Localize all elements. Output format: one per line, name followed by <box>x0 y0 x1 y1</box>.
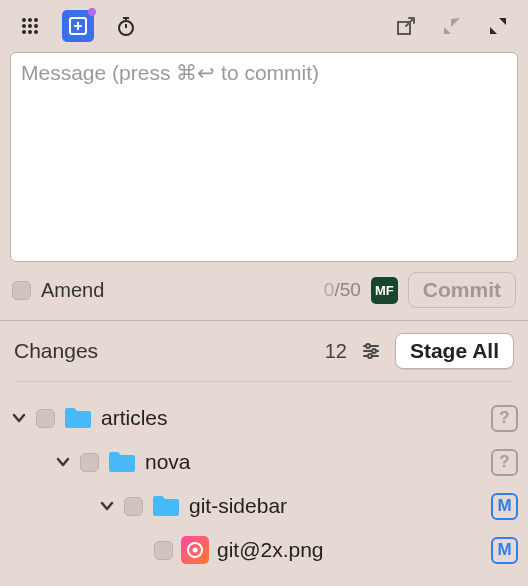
commit-panel-icon[interactable] <box>62 10 94 42</box>
tree-row-folder[interactable]: git-sidebar M <box>10 484 518 528</box>
folder-icon <box>63 406 93 430</box>
tree-label: git-sidebar <box>189 494 287 518</box>
svg-point-0 <box>22 18 26 22</box>
commit-area: Message (press ⌘↩ to commit) Amend 0/50 … <box>0 52 528 320</box>
svg-point-5 <box>34 24 38 28</box>
changes-title: Changes <box>14 339 98 363</box>
status-badge-modified: M <box>491 537 518 564</box>
notification-dot <box>88 8 96 16</box>
stage-all-button[interactable]: Stage All <box>395 333 514 369</box>
commit-message-placeholder: Message (press ⌘↩ to commit) <box>21 61 507 85</box>
image-file-icon <box>181 536 209 564</box>
amend-label: Amend <box>41 279 104 302</box>
svg-point-20 <box>366 344 370 348</box>
chevron-down-icon[interactable] <box>54 455 72 469</box>
tree-label: articles <box>101 406 168 430</box>
status-badge-modified: M <box>491 493 518 520</box>
tree-label: git@2x.png <box>217 538 324 562</box>
folder-icon <box>107 450 137 474</box>
svg-point-21 <box>372 349 376 353</box>
tree-label: nova <box>145 450 191 474</box>
tree-row-file[interactable]: git@2x.png M <box>10 528 518 572</box>
tree-row-folder[interactable]: articles ? <box>10 396 518 440</box>
svg-point-7 <box>28 30 32 34</box>
svg-point-2 <box>34 18 38 22</box>
amend-checkbox[interactable] <box>12 281 31 300</box>
stage-checkbox[interactable] <box>36 409 55 428</box>
status-badge-untracked: ? <box>491 449 518 476</box>
stage-checkbox[interactable] <box>154 541 173 560</box>
svg-point-1 <box>28 18 32 22</box>
chevron-down-icon[interactable] <box>98 499 116 513</box>
avatar[interactable]: MF <box>371 277 398 304</box>
chevron-down-icon[interactable] <box>10 411 28 425</box>
collapse-in-icon[interactable] <box>436 10 468 42</box>
file-tree: articles ? nova ? git-sidebar M <box>0 382 528 572</box>
grid-handle-icon[interactable] <box>14 10 46 42</box>
filter-icon[interactable] <box>359 335 383 367</box>
svg-point-22 <box>368 354 372 358</box>
stage-checkbox[interactable] <box>80 453 99 472</box>
expand-out-icon[interactable] <box>482 10 514 42</box>
changes-count: 12 <box>325 340 347 363</box>
char-counter: 0/50 <box>324 279 361 301</box>
changes-header: Changes 12 Stage All <box>0 321 528 381</box>
toolbar <box>0 0 528 52</box>
folder-icon <box>151 494 181 518</box>
commit-message-input[interactable]: Message (press ⌘↩ to commit) <box>10 52 518 262</box>
commit-button[interactable]: Commit <box>408 272 516 308</box>
svg-point-3 <box>22 24 26 28</box>
svg-point-24 <box>193 548 198 553</box>
svg-point-8 <box>34 30 38 34</box>
tree-row-folder[interactable]: nova ? <box>10 440 518 484</box>
stopwatch-icon[interactable] <box>110 10 142 42</box>
incoming-icon[interactable] <box>390 10 422 42</box>
svg-point-4 <box>28 24 32 28</box>
status-badge-untracked: ? <box>491 405 518 432</box>
svg-point-6 <box>22 30 26 34</box>
stage-checkbox[interactable] <box>124 497 143 516</box>
